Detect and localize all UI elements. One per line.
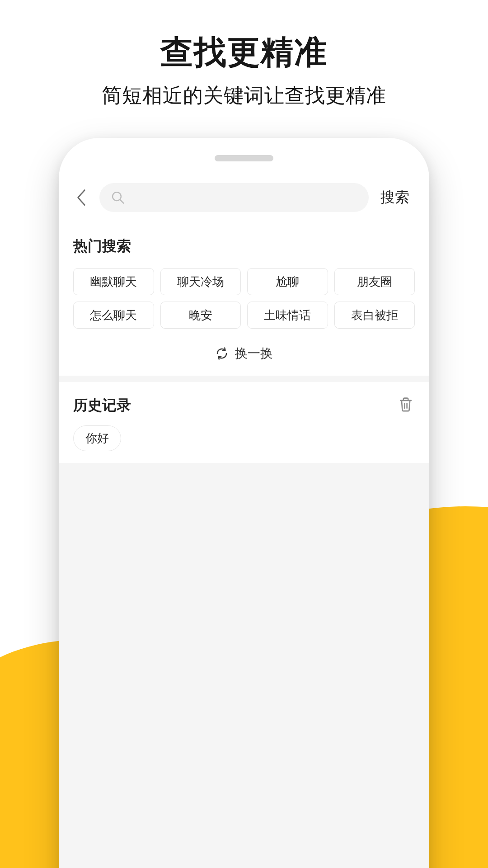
hot-search-title: 热门搜索: [73, 236, 415, 256]
chevron-left-icon: [76, 189, 86, 207]
history-chips: 你好: [59, 425, 429, 463]
back-button[interactable]: [71, 185, 91, 210]
hero: 查找更精准 简短相近的关键词让查找更精准: [0, 0, 488, 109]
refresh-button[interactable]: 换一换: [73, 345, 415, 362]
trash-icon: [399, 397, 413, 412]
hot-tag[interactable]: 尬聊: [247, 268, 328, 295]
clear-history-button[interactable]: [399, 397, 413, 414]
hot-tag-grid: 幽默聊天 聊天冷场 尬聊 朋友圈 怎么聊天 晚安 土味情话 表白被拒: [73, 268, 415, 329]
hero-title: 查找更精准: [0, 31, 488, 74]
svg-point-0: [113, 192, 121, 201]
svg-line-1: [120, 200, 124, 203]
history-title: 历史记录: [73, 396, 131, 415]
hot-search-section: 热门搜索 幽默聊天 聊天冷场 尬聊 朋友圈 怎么聊天 晚安 土味情话 表白被拒 …: [59, 236, 429, 362]
refresh-label: 换一换: [235, 345, 273, 362]
search-input[interactable]: [99, 183, 369, 212]
section-divider: [59, 376, 429, 382]
refresh-icon: [215, 347, 229, 360]
empty-area: [59, 463, 429, 868]
hot-tag[interactable]: 晚安: [160, 302, 241, 329]
phone-speaker: [215, 155, 273, 161]
phone-frame: 搜索 热门搜索 幽默聊天 聊天冷场 尬聊 朋友圈 怎么聊天 晚安 土味情话 表白…: [59, 138, 429, 868]
hot-tag[interactable]: 怎么聊天: [73, 302, 154, 329]
history-chip[interactable]: 你好: [73, 425, 121, 451]
hot-tag[interactable]: 朋友圈: [334, 268, 415, 295]
hot-tag[interactable]: 土味情话: [247, 302, 328, 329]
search-bar: 搜索: [59, 179, 429, 212]
hot-tag[interactable]: 表白被拒: [334, 302, 415, 329]
search-icon: [111, 191, 125, 204]
search-button[interactable]: 搜索: [377, 188, 413, 208]
history-header: 历史记录: [59, 382, 429, 425]
app-screen: 搜索 热门搜索 幽默聊天 聊天冷场 尬聊 朋友圈 怎么聊天 晚安 土味情话 表白…: [59, 179, 429, 868]
hot-tag[interactable]: 聊天冷场: [160, 268, 241, 295]
hero-subtitle: 简短相近的关键词让查找更精准: [0, 82, 488, 109]
hot-tag[interactable]: 幽默聊天: [73, 268, 154, 295]
